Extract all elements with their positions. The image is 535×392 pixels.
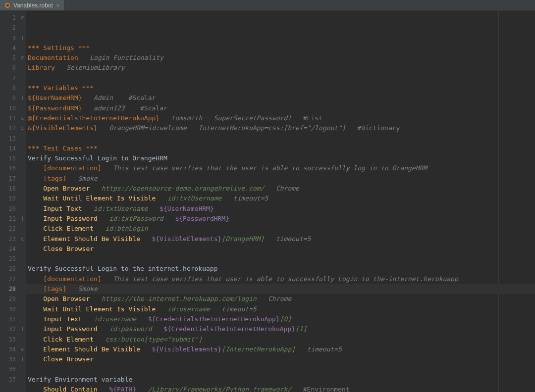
line-number[interactable]: 29 xyxy=(3,294,16,304)
code-line[interactable]: [documentation] This test case verifies … xyxy=(28,163,535,173)
code-line[interactable]: [documentation] This test case verifies … xyxy=(28,274,535,284)
code-line[interactable]: &{VisibleElements} OrangeHRM=id:welcome … xyxy=(28,123,535,133)
line-number[interactable]: 13 xyxy=(3,134,16,144)
line-number[interactable]: 15 xyxy=(3,153,16,163)
line-number[interactable]: 21 xyxy=(3,214,16,224)
fold-marker xyxy=(20,335,26,344)
code-line[interactable]: Click Element id:btnLogin xyxy=(28,224,535,234)
line-number[interactable]: 22 xyxy=(3,224,16,234)
line-number[interactable]: 17 xyxy=(3,174,16,184)
current-line-highlight xyxy=(26,284,535,294)
code-line[interactable]: Should Contain %{PATH} /Library/Framewor… xyxy=(28,385,535,392)
line-number[interactable]: 12 xyxy=(3,123,16,133)
line-number[interactable]: 35 xyxy=(3,354,16,364)
line-number[interactable]: 18 xyxy=(3,184,16,194)
code-line[interactable]: Open Browser https://the-internet.heroku… xyxy=(28,294,535,304)
line-number[interactable]: 1 xyxy=(3,13,16,23)
code-line[interactable]: ${UserNameHRM} Admin #Scalar xyxy=(28,93,535,103)
code-line[interactable]: Input Text id:txtUsername ${UserNameHRM} xyxy=(28,204,535,214)
line-number[interactable]: 16 xyxy=(3,163,16,173)
code-line[interactable]: Element Should Be Visible ${VisibleEleme… xyxy=(28,234,535,244)
code-line[interactable]: Input Password id:password ${Credentials… xyxy=(28,324,535,334)
line-number[interactable]: 3 xyxy=(3,33,16,43)
code-line[interactable]: Input Text id:username ${CredentialsTheI… xyxy=(28,314,535,324)
fold-gutter[interactable]: ⊟⌊⊟⌊⊟⊟⌊⊟⌊⊟⌊ xyxy=(20,11,26,392)
fold-marker xyxy=(20,224,26,234)
line-number[interactable]: 6 xyxy=(3,63,16,73)
line-number[interactable]: 25 xyxy=(3,254,16,264)
code-line[interactable]: Library SeleniumLibrary xyxy=(28,63,535,73)
fold-marker[interactable]: ⊟ xyxy=(20,123,26,133)
code-line[interactable]: Close Browser xyxy=(28,244,535,254)
fold-marker xyxy=(20,23,26,33)
line-number[interactable]: 34 xyxy=(3,344,16,354)
close-icon[interactable]: × xyxy=(56,2,60,9)
code-line[interactable]: *** Test Cases *** xyxy=(28,144,535,153)
line-number[interactable]: 26 xyxy=(3,264,16,274)
fold-marker xyxy=(20,194,26,203)
line-number[interactable]: 36 xyxy=(3,364,16,374)
code-line[interactable]: Wait Until Element Is Visible id:txtUser… xyxy=(28,194,535,203)
svg-point-3 xyxy=(8,5,9,6)
line-number[interactable]: 33 xyxy=(3,335,16,344)
fold-marker xyxy=(20,364,26,374)
fold-marker xyxy=(20,83,26,93)
code-line[interactable]: Element Should Be Visible ${VisibleEleme… xyxy=(28,344,535,354)
line-number[interactable]: 14 xyxy=(3,144,16,153)
line-number[interactable]: 24 xyxy=(3,244,16,254)
line-number-gutter[interactable]: 1234567891011121314151617181920212223242… xyxy=(3,11,20,392)
line-number[interactable]: 2 xyxy=(3,23,16,33)
line-number[interactable]: 32 xyxy=(3,324,16,334)
fold-marker[interactable]: ⌊ xyxy=(20,33,26,43)
fold-marker[interactable]: ⊟ xyxy=(20,113,26,123)
line-number[interactable]: 19 xyxy=(3,194,16,203)
code-editor[interactable]: *** Settings ***Documentation Login Func… xyxy=(26,11,535,392)
line-number[interactable]: 7 xyxy=(3,73,16,83)
fold-marker xyxy=(20,184,26,194)
fold-marker[interactable]: ⊟ xyxy=(20,53,26,63)
code-line[interactable]: Click Element css:button[type="submit"] xyxy=(28,335,535,344)
code-line[interactable]: Verify Successful Login to the-internet.… xyxy=(28,264,535,274)
fold-marker[interactable]: ⊟ xyxy=(20,13,26,23)
fold-marker xyxy=(20,314,26,324)
line-number[interactable]: 28 xyxy=(3,284,16,294)
fold-marker[interactable]: ⊟ xyxy=(20,344,26,354)
line-number[interactable]: 23 xyxy=(3,234,16,244)
fold-marker[interactable]: ⊟ xyxy=(20,234,26,244)
code-line[interactable]: Wait Until Element Is Visible id:usernam… xyxy=(28,304,535,314)
line-number[interactable]: 30 xyxy=(3,304,16,314)
line-number[interactable]: 11 xyxy=(3,113,16,123)
line-number[interactable]: 27 xyxy=(3,274,16,284)
line-number[interactable]: 37 xyxy=(3,375,16,385)
code-line[interactable]: Verify Successful Login to OrangeHRM xyxy=(28,153,535,163)
code-line[interactable] xyxy=(28,73,535,83)
code-line[interactable]: ${PasswordHRM} admin123 #Scalar xyxy=(28,103,535,113)
code-line[interactable]: @{CredentialsTheInternetHerokuApp} tomsm… xyxy=(28,113,535,123)
fold-marker[interactable]: ⌊ xyxy=(20,354,26,364)
fold-marker[interactable]: ⌊ xyxy=(20,324,26,334)
line-number[interactable]: 5 xyxy=(3,53,16,63)
code-line[interactable]: Open Browser https://opensource-demo.ora… xyxy=(28,184,535,194)
fold-marker xyxy=(20,63,26,73)
code-line[interactable]: *** Settings *** xyxy=(28,43,535,53)
code-line[interactable]: *** Variables *** xyxy=(28,83,535,93)
line-number[interactable]: 8 xyxy=(3,83,16,93)
line-number[interactable]: 4 xyxy=(3,43,16,53)
line-number[interactable]: 9 xyxy=(3,93,16,103)
editor-area: 1234567891011121314151617181920212223242… xyxy=(0,11,535,392)
fold-marker[interactable]: ⌊ xyxy=(20,93,26,103)
line-number[interactable]: 20 xyxy=(3,204,16,214)
fold-marker[interactable]: ⌊ xyxy=(20,214,26,224)
line-number[interactable]: 10 xyxy=(3,103,16,113)
code-line[interactable] xyxy=(28,364,535,374)
right-margin-guide xyxy=(498,11,499,392)
code-line[interactable]: Input Password id:txtPassword ${Password… xyxy=(28,214,535,224)
line-number[interactable]: 31 xyxy=(3,314,16,324)
code-line[interactable]: Close Browser xyxy=(28,354,535,364)
code-line[interactable] xyxy=(28,254,535,264)
file-tab[interactable]: Variables.robot × xyxy=(0,0,64,10)
code-line[interactable] xyxy=(28,134,535,144)
code-line[interactable]: [tags] Smoke xyxy=(28,174,535,184)
code-line[interactable]: Documentation Login Functionality xyxy=(28,53,535,63)
code-line[interactable]: Verify Environment variable xyxy=(28,375,535,385)
